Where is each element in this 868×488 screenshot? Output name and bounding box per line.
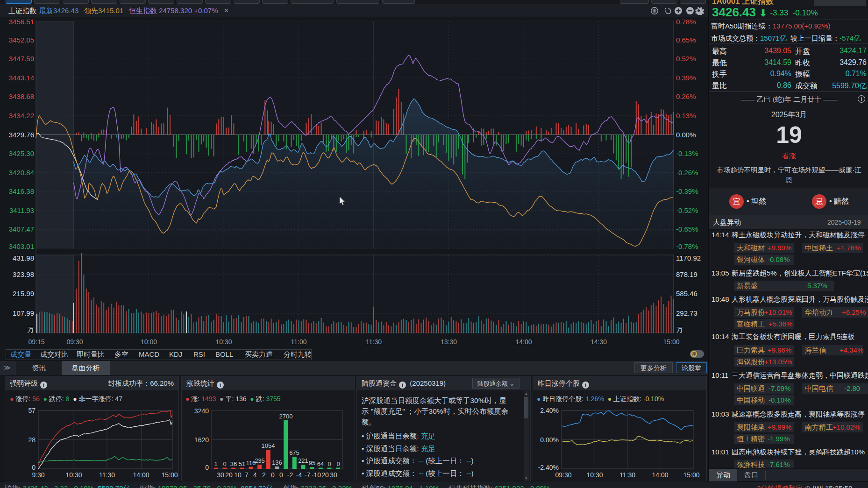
- svg-text:0: 0: [327, 460, 331, 467]
- svg-text:-0.65%: -0.65%: [676, 225, 698, 233]
- svg-text:0.26%: 0.26%: [676, 92, 696, 100]
- svg-text:11:30: 11:30: [619, 471, 635, 479]
- svg-text:3403.01: 3403.01: [9, 242, 34, 250]
- svg-text:2.40%: 2.40%: [540, 407, 559, 414]
- svg-text:878.19: 878.19: [676, 270, 697, 278]
- svg-text:0.65%: 0.65%: [676, 36, 696, 44]
- svg-text:585.46: 585.46: [676, 290, 697, 297]
- svg-text:0: 0: [279, 471, 283, 479]
- svg-text:0: 0: [336, 460, 340, 467]
- svg-text:-0.52%: -0.52%: [676, 206, 698, 214]
- svg-text:0.52%: 0.52%: [676, 55, 696, 63]
- svg-text:20: 20: [321, 471, 329, 479]
- svg-text:136: 136: [272, 459, 282, 466]
- svg-text:0: 0: [223, 460, 226, 467]
- svg-text:11:00: 11:00: [291, 338, 307, 346]
- svg-text:09:30: 09:30: [66, 338, 83, 346]
- svg-text:1620: 1620: [194, 436, 209, 444]
- svg-text:-7: -7: [305, 471, 311, 479]
- svg-text:3438.68: 3438.68: [9, 92, 34, 100]
- svg-text:28: 28: [28, 436, 36, 444]
- svg-text:15:00: 15:00: [161, 471, 178, 479]
- svg-text:15:00: 15:00: [683, 471, 699, 479]
- svg-text:51: 51: [239, 460, 245, 467]
- svg-text:3411.93: 3411.93: [9, 206, 34, 214]
- svg-text:20: 20: [225, 471, 233, 479]
- svg-text:14:00: 14:00: [133, 471, 149, 479]
- svg-text:675: 675: [289, 449, 299, 456]
- svg-text:57: 57: [28, 407, 36, 414]
- svg-text:0.78%: 0.78%: [676, 18, 696, 26]
- svg-text:221: 221: [298, 457, 308, 464]
- svg-text:30: 30: [217, 471, 224, 479]
- svg-text:3452.05: 3452.05: [9, 36, 34, 44]
- svg-text:14:00: 14:00: [652, 471, 668, 479]
- svg-text:9:30: 9:30: [32, 471, 44, 479]
- svg-text:0.13%: 0.13%: [676, 112, 696, 120]
- svg-text:4: 4: [253, 471, 257, 479]
- svg-text:64: 64: [317, 460, 324, 467]
- svg-text:3416.38: 3416.38: [9, 187, 34, 195]
- svg-text:14:00: 14:00: [515, 338, 532, 346]
- svg-text:13:30: 13:30: [441, 338, 457, 346]
- svg-text:292.73: 292.73: [676, 309, 697, 317]
- svg-text:0.00%: 0.00%: [676, 131, 696, 139]
- svg-text:10:30: 10:30: [215, 338, 232, 346]
- svg-text:0.00%: 0.00%: [540, 436, 559, 444]
- svg-text:10:00: 10:00: [141, 338, 157, 346]
- svg-text:10:30: 10:30: [65, 471, 82, 479]
- svg-text:3420.84: 3420.84: [9, 169, 34, 177]
- svg-text:10:30: 10:30: [586, 471, 603, 479]
- svg-text:3443.14: 3443.14: [9, 74, 34, 82]
- svg-text:3240: 3240: [194, 407, 209, 415]
- svg-text:2700: 2700: [279, 413, 293, 420]
- svg-text:36: 36: [230, 460, 237, 467]
- svg-text:107.99: 107.99: [13, 309, 34, 317]
- svg-text:11:30: 11:30: [99, 471, 115, 479]
- svg-text:7: 7: [245, 471, 249, 479]
- svg-text:10: 10: [234, 471, 242, 479]
- svg-text:万: 万: [676, 325, 683, 333]
- svg-text:-2: -2: [287, 471, 293, 479]
- svg-text:-4: -4: [296, 471, 302, 479]
- svg-text:15:00: 15:00: [663, 338, 679, 346]
- svg-text:1: 1: [214, 460, 217, 467]
- svg-text:09:15: 09:15: [28, 338, 44, 346]
- svg-text:0: 0: [32, 464, 36, 471]
- svg-text:1170.92: 1170.92: [676, 254, 701, 262]
- svg-text:431.98: 431.98: [13, 254, 34, 262]
- svg-text:323.98: 323.98: [13, 270, 34, 278]
- svg-text:11:30: 11:30: [366, 338, 382, 346]
- svg-text:-0.13%: -0.13%: [676, 149, 698, 157]
- svg-text:30: 30: [330, 471, 337, 479]
- svg-text:-0.39%: -0.39%: [676, 187, 698, 195]
- svg-text:95: 95: [309, 460, 315, 467]
- svg-text:3429.76: 3429.76: [9, 131, 34, 139]
- svg-text:14:30: 14:30: [591, 338, 607, 346]
- svg-text:0: 0: [271, 471, 275, 479]
- svg-text:3407.47: 3407.47: [9, 225, 34, 233]
- svg-text:万: 万: [27, 325, 34, 333]
- svg-text:-0.78%: -0.78%: [676, 242, 698, 250]
- svg-text:3434.22: 3434.22: [9, 112, 34, 120]
- svg-text:-0.26%: -0.26%: [676, 169, 698, 177]
- svg-text:3425.30: 3425.30: [9, 149, 34, 157]
- svg-text:-10: -10: [312, 471, 321, 479]
- svg-text:3456.51: 3456.51: [9, 18, 34, 26]
- svg-text:09:30: 09:30: [555, 471, 571, 479]
- svg-text:215.99: 215.99: [13, 290, 34, 297]
- svg-text:3447.59: 3447.59: [9, 55, 34, 63]
- svg-text:2: 2: [262, 471, 266, 479]
- svg-text:1054: 1054: [262, 442, 275, 449]
- svg-text:0.39%: 0.39%: [676, 74, 696, 82]
- svg-text:235: 235: [255, 457, 265, 464]
- svg-text:-2.40%: -2.40%: [538, 464, 559, 471]
- svg-text:0: 0: [205, 464, 209, 471]
